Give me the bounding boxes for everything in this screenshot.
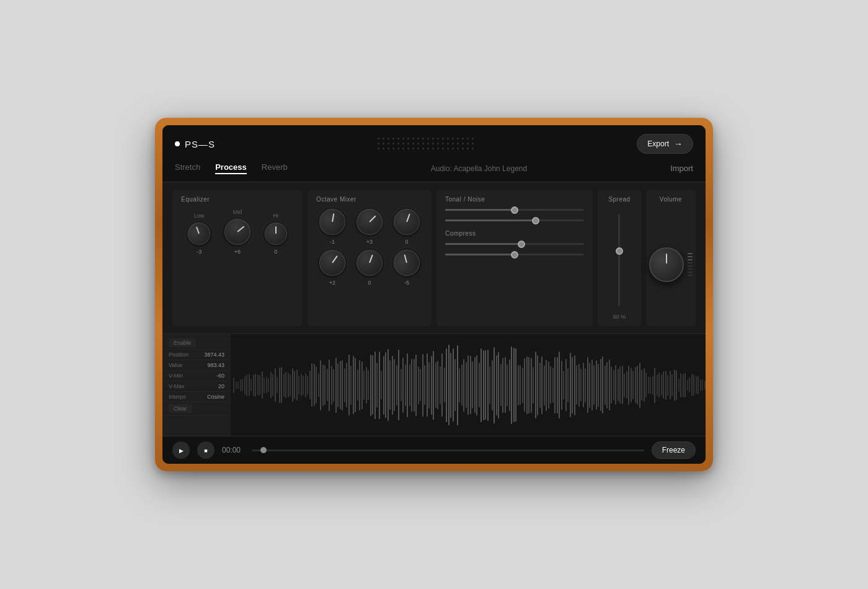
- oct-knob-4: +2: [316, 250, 348, 286]
- param-value: Value 983.43: [162, 360, 231, 371]
- octave-grid-top: -1 +3: [316, 209, 423, 286]
- volume-meter: [688, 246, 693, 283]
- transport-bar: 00:00 Freeze: [162, 436, 706, 464]
- left-params: Enable Position 3874.43 Value 983.43 V-M…: [162, 334, 231, 436]
- oct-knob-6: -5: [391, 250, 423, 286]
- nav-tabs: Stretch Process Reverb: [175, 162, 288, 174]
- equalizer-title: Equalizer: [181, 196, 294, 203]
- oct-dial-6[interactable]: [389, 245, 425, 281]
- tonal-noise-section: Tonal / Noise Compress: [436, 190, 593, 326]
- time-display: 00:00: [222, 446, 244, 454]
- eq-knob-hi: Hi 0: [265, 213, 287, 255]
- oct-knob-2: +3: [353, 209, 386, 245]
- volume-knob[interactable]: [649, 247, 684, 282]
- audio-label: Audio: Acapella John Legend: [431, 164, 527, 173]
- param-vmax: V-Max 20: [162, 381, 231, 392]
- eq-knob-hi-dial[interactable]: [265, 223, 287, 245]
- spread-title: Spread: [608, 196, 630, 203]
- main-controls: Equalizer Low -3 Mid: [162, 182, 706, 334]
- volume-section: Volume: [646, 190, 696, 326]
- logo-text: PS—S: [185, 139, 215, 149]
- device-inner: PS—S Export →: [162, 125, 706, 464]
- export-arrow-icon: →: [674, 139, 683, 149]
- param-enable: Enable: [162, 337, 231, 350]
- lower-area: Enable Position 3874.43 Value 983.43 V-M…: [162, 334, 706, 436]
- clear-button[interactable]: Clear: [169, 404, 192, 413]
- tonal-slider-track-1[interactable]: [445, 209, 584, 211]
- progress-thumb: [260, 447, 267, 453]
- spread-slider[interactable]: [618, 214, 620, 306]
- play-button[interactable]: [172, 441, 190, 459]
- compress-title: Compress: [445, 230, 584, 237]
- logo-area: PS—S: [175, 139, 215, 149]
- compress-slider-1: [445, 243, 584, 245]
- eq-knob-mid: Mid +6: [224, 209, 250, 255]
- spread-value: 60 %: [613, 314, 626, 320]
- progress-bar[interactable]: [252, 450, 644, 451]
- tab-stretch[interactable]: Stretch: [175, 162, 200, 174]
- device-wrapper: PS—S Export →: [155, 118, 713, 471]
- spread-section: Spread 60 %: [598, 190, 641, 326]
- oct-dial-5[interactable]: [356, 250, 383, 276]
- param-vmin: V-Min -60: [162, 371, 231, 381]
- oct-knob-1: -1: [316, 209, 348, 245]
- oct-knob-5: 0: [353, 250, 386, 286]
- logo-dot: [175, 141, 180, 146]
- oct-dial-3[interactable]: [394, 209, 420, 235]
- equalizer-section: Equalizer Low -3 Mid: [172, 190, 303, 326]
- param-clear: Clear: [162, 402, 231, 415]
- eq-knobs: Low -3 Mid: [181, 209, 294, 255]
- speaker-grille: [378, 138, 475, 151]
- tonal-slider-track-2[interactable]: [445, 219, 584, 221]
- controls-area: Equalizer Low -3 Mid: [162, 182, 706, 334]
- enable-button[interactable]: Enable: [169, 339, 196, 347]
- octave-mixer-title: Octave Mixer: [316, 196, 423, 203]
- play-icon: [179, 447, 184, 454]
- stop-icon: [204, 447, 207, 454]
- volume-title: Volume: [660, 196, 682, 203]
- tab-reverb[interactable]: Reverb: [262, 162, 288, 174]
- oct-dial-2[interactable]: [352, 205, 387, 239]
- compress-slider-track-2[interactable]: [445, 254, 584, 255]
- param-position: Position 3874.43: [162, 350, 231, 360]
- oct-knob-3: 0: [391, 209, 423, 245]
- nav-bar: Stretch Process Reverb Audio: Acapella J…: [162, 162, 706, 182]
- tab-process[interactable]: Process: [215, 162, 247, 174]
- eq-knob-mid-dial[interactable]: [219, 214, 255, 249]
- waveform-bars: [231, 334, 706, 436]
- octave-mixer-section: Octave Mixer -1: [308, 190, 432, 326]
- compress-slider-2: [445, 254, 584, 255]
- param-interpo: Interpo Cosine: [162, 392, 231, 402]
- stop-button[interactable]: [197, 441, 215, 459]
- eq-knob-low: Low -3: [188, 213, 210, 255]
- import-button[interactable]: Import: [670, 164, 693, 173]
- export-button[interactable]: Export →: [637, 134, 693, 154]
- tonal-slider-1: [445, 209, 584, 211]
- tonal-noise-title: Tonal / Noise: [445, 196, 584, 203]
- waveform-area[interactable]: [231, 334, 706, 436]
- header: PS—S Export →: [162, 125, 706, 162]
- freeze-button[interactable]: Freeze: [652, 441, 696, 459]
- tonal-slider-2: [445, 219, 584, 221]
- compress-slider-track-1[interactable]: [445, 243, 584, 245]
